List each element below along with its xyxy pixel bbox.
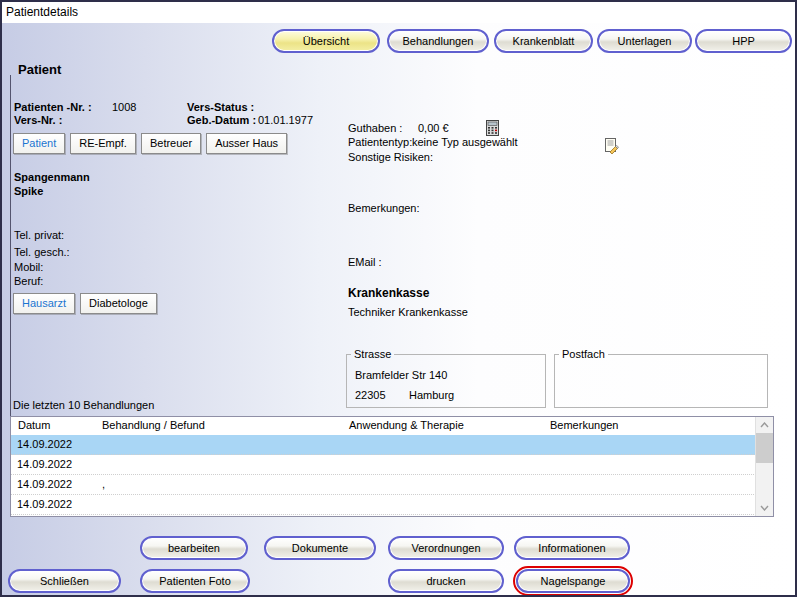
tab-hpp-label: HPP xyxy=(732,35,755,47)
guthaben-label: Guthaben : xyxy=(348,122,402,134)
bearbeiten-label: bearbeiten xyxy=(168,542,220,554)
postfach-fieldset: Postfach xyxy=(554,348,768,408)
scrollbar-thumb[interactable] xyxy=(756,433,773,463)
hausarzt-button[interactable]: Hausarzt xyxy=(13,293,75,314)
tel-privat-label: Tel. privat: xyxy=(14,229,64,241)
patientdetails-window: Patientdetails Übersicht Behandlungen Kr… xyxy=(0,0,797,597)
row-datum: 14.09.2022 xyxy=(17,495,72,514)
calculator-icon[interactable] xyxy=(486,120,499,136)
patiententyp-label: Patiententyp: xyxy=(348,136,412,148)
patient-lastname: Spangenmann xyxy=(14,171,90,183)
row-datum: 14.09.2022 xyxy=(17,475,72,494)
col-datum: Datum xyxy=(18,419,50,431)
col-behandlung: Behandlung / Befund xyxy=(102,419,205,431)
patienten-nr-value: 1008 xyxy=(112,101,136,113)
vers-nr-label: Vers-Nr. : xyxy=(14,114,62,126)
table-row[interactable]: 14.09.2022 xyxy=(11,495,756,515)
verordnungen-label: Verordnungen xyxy=(411,542,480,554)
chevron-up-icon[interactable] xyxy=(756,417,773,433)
tab-uebersicht-label: Übersicht xyxy=(303,35,349,47)
role-patient-button[interactable]: Patient xyxy=(13,133,65,154)
strasse-line1: Bramfelder Str 140 xyxy=(355,369,447,381)
schliessen-label: Schließen xyxy=(40,575,89,587)
treatments-caption: Die letzten 10 Behandlungen xyxy=(13,399,154,411)
geb-datum-label: Geb.-Datum : xyxy=(187,114,256,126)
row-behandlung: , xyxy=(102,475,105,494)
table-scrollbar[interactable] xyxy=(755,417,773,516)
section-divider-line xyxy=(10,75,11,416)
table-row[interactable]: 14.09.2022 xyxy=(11,455,756,475)
strasse-fieldset: Strasse Bramfelder Str 140 22305 Hamburg xyxy=(346,348,546,408)
bemerkungen-label: Bemerkungen: xyxy=(348,202,420,214)
col-bemerkungen: Bemerkungen xyxy=(550,419,619,431)
informationen-button[interactable]: Informationen xyxy=(514,536,630,560)
tab-uebersicht[interactable]: Übersicht xyxy=(272,29,380,53)
sonstige-risiken-label: Sonstige Risiken: xyxy=(348,151,433,163)
postfach-legend: Postfach xyxy=(559,348,608,360)
edit-note-icon[interactable] xyxy=(603,138,619,154)
krankenkasse-value: Techniker Krankenkasse xyxy=(348,306,468,318)
schliessen-button[interactable]: Schließen xyxy=(8,569,121,593)
patienten-foto-label: Patienten Foto xyxy=(159,575,231,587)
tab-behandlungen[interactable]: Behandlungen xyxy=(387,29,489,53)
treatments-table: Datum Behandlung / Befund Anwendung & Th… xyxy=(10,416,774,517)
drucken-label: drucken xyxy=(426,575,465,587)
tab-krankenblatt[interactable]: Krankenblatt xyxy=(494,29,593,53)
patient-firstname: Spike xyxy=(14,185,43,197)
nagelspange-label: Nagelspange xyxy=(541,575,606,587)
drucken-button[interactable]: drucken xyxy=(388,569,504,593)
krankenkasse-heading: Krankenkasse xyxy=(348,286,429,300)
guthaben-value: 0,00 € xyxy=(418,122,449,134)
tab-unterlagen[interactable]: Unterlagen xyxy=(597,29,692,53)
table-row[interactable]: 14.09.2022 , xyxy=(11,475,756,495)
tab-behandlungen-label: Behandlungen xyxy=(403,35,474,47)
nagelspange-button[interactable]: Nagelspange xyxy=(516,569,630,593)
role-ausser-haus-button[interactable]: Ausser Haus xyxy=(206,133,287,154)
strasse-ort: Hamburg xyxy=(409,389,454,401)
row-datum: 14.09.2022 xyxy=(17,435,72,454)
patienten-foto-button[interactable]: Patienten Foto xyxy=(140,569,250,593)
col-anwendung: Anwendung & Therapie xyxy=(349,419,464,431)
patient-section-heading: Patient xyxy=(18,62,61,77)
tab-krankenblatt-label: Krankenblatt xyxy=(513,35,575,47)
mobil-label: Mobil: xyxy=(14,261,43,273)
role-re-empf-button[interactable]: RE-Empf. xyxy=(70,133,136,154)
email-label: EMail : xyxy=(348,256,382,268)
strasse-legend: Strasse xyxy=(351,348,394,360)
geb-datum-value: 01.01.1977 xyxy=(258,114,313,126)
table-row[interactable]: 14.09.2022 xyxy=(11,435,756,455)
patienten-nr-label: Patienten -Nr. : xyxy=(14,101,92,113)
dokumente-button[interactable]: Dokumente xyxy=(264,536,376,560)
window-title: Patientdetails xyxy=(2,2,795,23)
beruf-label: Beruf: xyxy=(14,275,43,287)
tab-unterlagen-label: Unterlagen xyxy=(618,35,672,47)
patiententyp-value: keine Typ ausgewählt xyxy=(412,136,518,148)
strasse-plz: 22305 xyxy=(355,389,386,401)
bearbeiten-button[interactable]: bearbeiten xyxy=(140,536,248,560)
diabetologe-button[interactable]: Diabetologe xyxy=(80,293,157,314)
vers-status-label: Vers-Status : xyxy=(187,101,254,113)
role-betreuer-button[interactable]: Betreuer xyxy=(141,133,201,154)
row-datum: 14.09.2022 xyxy=(17,455,72,474)
dokumente-label: Dokumente xyxy=(292,542,348,554)
verordnungen-button[interactable]: Verordnungen xyxy=(388,536,504,560)
chevron-down-icon[interactable] xyxy=(756,500,773,516)
tab-hpp[interactable]: HPP xyxy=(695,29,792,53)
tel-gesch-label: Tel. gesch.: xyxy=(14,246,70,258)
informationen-label: Informationen xyxy=(538,542,605,554)
